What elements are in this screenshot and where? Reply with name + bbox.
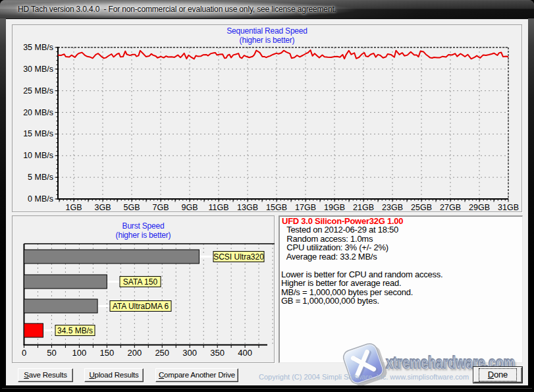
svg-text:1GB: 1GB	[65, 203, 82, 212]
svg-text:7GB: 7GB	[152, 203, 169, 212]
svg-text:25 MB/s: 25 MB/s	[23, 86, 53, 96]
svg-text:ATA UltraDMA 6: ATA UltraDMA 6	[113, 302, 169, 311]
svg-text:35 MB/s: 35 MB/s	[23, 43, 53, 52]
svg-text:27GB: 27GB	[440, 203, 461, 212]
svg-text:34.5 MB/s: 34.5 MB/s	[57, 326, 93, 335]
svg-text:15GB: 15GB	[266, 203, 287, 212]
svg-text:29GB: 29GB	[469, 203, 490, 212]
svg-text:25GB: 25GB	[411, 203, 432, 212]
svg-text:15 MB/s: 15 MB/s	[23, 129, 53, 138]
svg-text:11GB: 11GB	[208, 203, 228, 212]
svg-text:350: 350	[210, 348, 225, 358]
svg-text:20 MB/s: 20 MB/s	[23, 108, 53, 117]
svg-text:19GB: 19GB	[324, 203, 345, 212]
svg-text:13GB: 13GB	[237, 203, 258, 212]
svg-text:50: 50	[47, 348, 56, 358]
svg-text:17GB: 17GB	[295, 203, 316, 212]
svg-text:3GB: 3GB	[94, 203, 111, 212]
svg-text:300: 300	[182, 348, 197, 358]
svg-text:100: 100	[72, 348, 87, 358]
svg-text:5 MB/s: 5 MB/s	[28, 173, 53, 182]
svg-text:21GB: 21GB	[353, 203, 374, 212]
svg-text:23GB: 23GB	[382, 203, 403, 212]
svg-text:0 MB/s: 0 MB/s	[28, 194, 53, 204]
svg-text:0: 0	[22, 348, 26, 358]
svg-text:200: 200	[127, 348, 142, 358]
svg-text:10 MB/s: 10 MB/s	[23, 151, 53, 160]
svg-text:250: 250	[155, 348, 169, 358]
svg-text:SATA 150: SATA 150	[123, 277, 158, 287]
svg-text:150: 150	[99, 348, 114, 358]
svg-text:SCSI Ultra320: SCSI Ultra320	[213, 252, 264, 262]
svg-text:400: 400	[238, 348, 252, 358]
svg-text:9GB: 9GB	[181, 203, 198, 212]
svg-text:30 MB/s: 30 MB/s	[23, 65, 53, 74]
svg-text:31GB: 31GB	[498, 203, 519, 212]
svg-text:5GB: 5GB	[123, 203, 140, 212]
